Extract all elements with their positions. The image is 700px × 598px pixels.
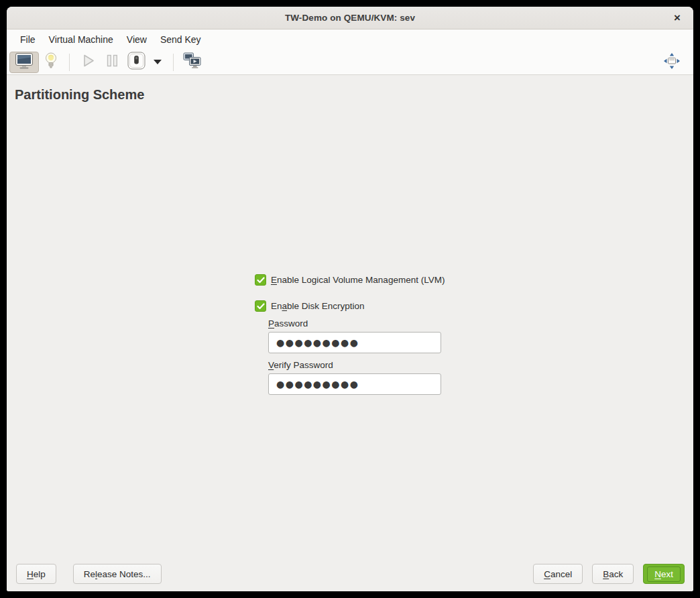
toolbar-separator bbox=[173, 54, 174, 71]
pause-icon bbox=[106, 54, 119, 70]
page-title: Partitioning Scheme bbox=[15, 87, 144, 103]
menu-virtual-machine[interactable]: Virtual Machine bbox=[42, 31, 120, 48]
lvm-checkbox[interactable] bbox=[255, 274, 266, 286]
toolbar-separator bbox=[69, 54, 70, 71]
menubar: File Virtual Machine View Send Key bbox=[7, 29, 693, 50]
menu-send-key[interactable]: Send Key bbox=[154, 31, 208, 48]
dialog-buttons-right: Cancel Back Next bbox=[533, 564, 685, 584]
run-button[interactable] bbox=[76, 52, 100, 73]
virt-manager-window: TW-Demo on QEMU/KVM: sev × File Virtual … bbox=[7, 7, 693, 591]
cancel-button[interactable]: Cancel bbox=[533, 564, 583, 584]
lvm-checkbox-label[interactable]: Enable Logical Volume Management (LVM) bbox=[271, 275, 445, 285]
password-field[interactable] bbox=[268, 332, 441, 353]
chevron-down-icon bbox=[154, 60, 162, 64]
play-icon bbox=[80, 53, 96, 71]
help-button[interactable]: Help bbox=[16, 564, 56, 584]
menu-file[interactable]: File bbox=[13, 31, 42, 48]
shutdown-menu-button[interactable] bbox=[148, 52, 167, 73]
pause-button[interactable] bbox=[100, 52, 124, 73]
lightbulb-icon bbox=[44, 52, 58, 72]
checkmark-icon bbox=[257, 300, 265, 312]
virtual-displays-icon bbox=[183, 52, 201, 72]
release-notes-button[interactable]: Release Notes... bbox=[73, 564, 162, 584]
back-button[interactable]: Back bbox=[592, 564, 634, 584]
password-label: Password bbox=[268, 318, 308, 328]
verify-password-field[interactable] bbox=[268, 373, 441, 395]
encryption-checkbox[interactable] bbox=[255, 300, 266, 312]
checkmark-icon bbox=[257, 274, 265, 286]
lvm-checkbox-row[interactable]: Enable Logical Volume Management (LVM) bbox=[255, 274, 445, 286]
toolbar bbox=[7, 50, 693, 75]
shutdown-icon bbox=[127, 52, 145, 72]
vm-display[interactable]: Partitioning Scheme Enable Logical Volum… bbox=[7, 75, 693, 591]
window-title: TW-Demo on QEMU/KVM: sev bbox=[285, 13, 415, 23]
console-monitor-icon bbox=[15, 53, 33, 72]
titlebar[interactable]: TW-Demo on QEMU/KVM: sev × bbox=[7, 7, 693, 29]
show-console-button[interactable] bbox=[9, 52, 39, 73]
verify-password-label: Verify Password bbox=[268, 360, 333, 370]
close-icon[interactable]: × bbox=[668, 7, 687, 29]
resize-to-vm-button[interactable] bbox=[660, 52, 684, 73]
virtual-displays-button[interactable] bbox=[180, 52, 204, 73]
resize-to-vm-icon bbox=[662, 52, 681, 73]
dialog-buttons-left: Help Release Notes... bbox=[16, 564, 162, 584]
encryption-checkbox-label[interactable]: Enable Disk Encryption bbox=[271, 301, 365, 311]
lightbulb-button[interactable] bbox=[39, 52, 63, 73]
next-button[interactable]: Next bbox=[643, 564, 685, 584]
menu-view[interactable]: View bbox=[120, 31, 154, 48]
shutdown-button[interactable] bbox=[124, 52, 148, 73]
encryption-checkbox-row[interactable]: Enable Disk Encryption bbox=[255, 300, 365, 312]
